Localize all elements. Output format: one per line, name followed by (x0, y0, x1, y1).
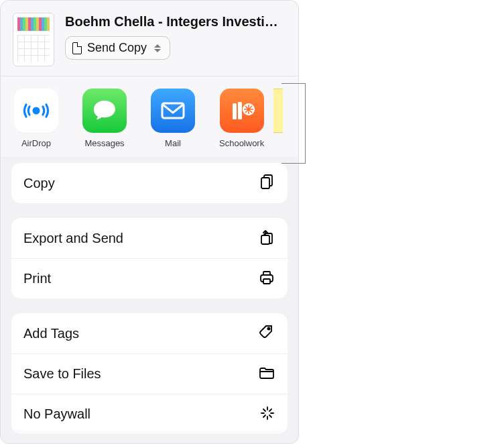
action-copy[interactable]: Copy (11, 163, 288, 203)
svg-point-12 (267, 327, 269, 329)
tag-icon (258, 323, 275, 343)
action-group-1: Copy (11, 163, 288, 203)
airdrop-icon (14, 89, 58, 133)
share-app-label: Messages (84, 138, 124, 148)
action-group-2: Export and Send Print (11, 218, 288, 298)
share-app-label: Schoolwork (219, 138, 264, 148)
mail-icon (151, 89, 195, 133)
action-label: Export and Send (23, 231, 123, 246)
messages-icon (82, 89, 127, 133)
action-label: No Paywall (23, 406, 90, 422)
svg-rect-10 (263, 272, 270, 275)
copy-icon (258, 173, 275, 193)
share-header: Boehm Chella - Integers Investigati... S… (1, 1, 298, 76)
action-group-3: Add Tags Save to Files N (11, 313, 288, 434)
svg-rect-8 (261, 235, 269, 244)
svg-rect-11 (263, 279, 270, 284)
action-print[interactable]: Print (11, 258, 288, 298)
picker-label: Send Copy (87, 41, 147, 55)
action-label: Print (23, 271, 51, 286)
share-app-label: AirDrop (21, 138, 51, 148)
document-thumbnail (13, 13, 54, 66)
chevron-up-down-icon (152, 44, 163, 52)
action-label: Add Tags (23, 326, 79, 341)
svg-rect-3 (238, 102, 242, 119)
callout-bracket (281, 83, 306, 164)
share-app-mail[interactable]: Mail (151, 89, 195, 148)
sparkle-icon (259, 405, 275, 424)
share-sheet: Boehm Chella - Integers Investigati... S… (0, 0, 299, 444)
action-add-tags[interactable]: Add Tags (11, 313, 288, 353)
action-save-to-files[interactable]: Save to Files (11, 353, 288, 394)
share-apps-row[interactable]: AirDrop Messages Mail (1, 76, 298, 156)
share-app-messages[interactable]: Messages (82, 89, 127, 148)
share-app-schoolwork[interactable]: Schoolwork (219, 89, 264, 148)
header-right: Boehm Chella - Integers Investigati... S… (65, 13, 286, 66)
svg-rect-6 (261, 178, 269, 188)
action-label: Save to Files (23, 366, 101, 382)
document-icon (72, 42, 82, 54)
send-format-picker[interactable]: Send Copy (65, 36, 170, 60)
action-no-paywall[interactable]: No Paywall (11, 394, 288, 434)
action-export-send[interactable]: Export and Send (11, 218, 288, 258)
action-label: Copy (23, 176, 55, 191)
schoolwork-icon (220, 89, 264, 133)
printer-icon (258, 269, 275, 289)
document-title: Boehm Chella - Integers Investigati... (65, 13, 286, 30)
share-app-label: Mail (165, 138, 181, 148)
share-app-airdrop[interactable]: AirDrop (14, 89, 58, 148)
export-icon (258, 228, 275, 248)
svg-rect-2 (233, 103, 237, 119)
svg-point-0 (33, 107, 40, 115)
action-groups: Copy Export and Send (1, 156, 298, 434)
folder-icon (258, 364, 275, 384)
